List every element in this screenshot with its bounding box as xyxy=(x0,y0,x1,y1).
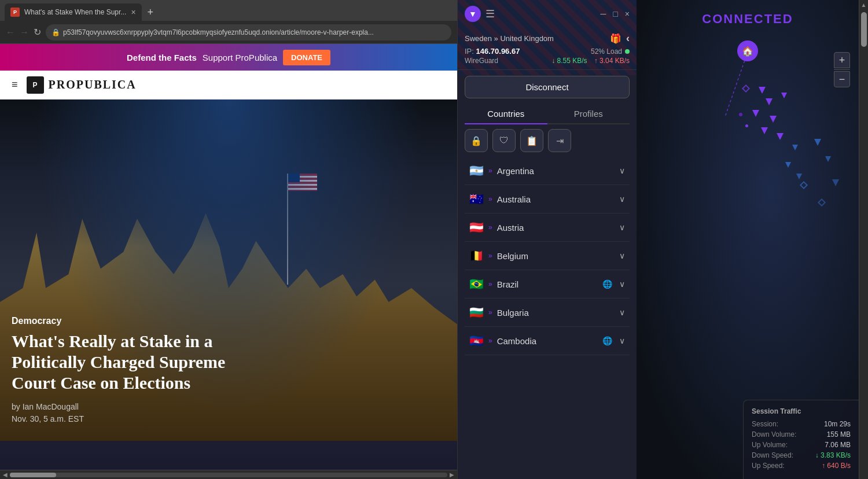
vpn-close-button[interactable]: × xyxy=(625,9,630,19)
country-list-item[interactable]: 🇧🇬 » Bulgaria ∨ xyxy=(465,299,630,327)
country-list: 🇦🇷 » Argentina ∨ 🇦🇺 » Australia ∨ 🇦🇹 » A… xyxy=(458,157,637,479)
browser-tab[interactable]: P What's at Stake When the Supr... × xyxy=(5,3,142,21)
country-list-item[interactable]: 🇰🇭 » Cambodia 🌐 ∨ xyxy=(465,327,630,355)
vpn-minimize-button[interactable]: ─ xyxy=(600,9,606,19)
session-label-3: Down Speed: xyxy=(752,451,793,459)
country-chevrons: » xyxy=(488,167,492,175)
country-chevrons: » xyxy=(488,252,492,260)
filter-secure-button[interactable]: 🛡 xyxy=(492,129,516,152)
country-name: Brazil xyxy=(497,279,598,289)
vpn-route: Sweden » United Kingdom xyxy=(465,34,554,43)
vpn-connection-info: Sweden » United Kingdom 🎁 ‹ IP: 146.70.9… xyxy=(458,28,637,70)
session-traffic-panel: Session Traffic Session: 10m 29s Down Vo… xyxy=(743,400,859,479)
zoom-in-button[interactable]: + xyxy=(834,52,850,68)
session-label-0: Session: xyxy=(752,420,778,428)
session-label-2: Up Volume: xyxy=(752,441,788,449)
country-list-item[interactable]: 🇧🇷 » Brazil 🌐 ∨ xyxy=(465,270,630,299)
tab-title: What's at Stake When the Supr... xyxy=(24,8,126,16)
vpn-maximize-button[interactable]: □ xyxy=(613,9,617,19)
donate-button[interactable]: DONATE xyxy=(283,50,330,65)
country-flag: 🇧🇷 xyxy=(469,277,484,291)
country-name: Belgium xyxy=(497,251,615,261)
session-label-4: Up Speed: xyxy=(752,462,785,470)
scroll-left-arrow[interactable]: ◀ xyxy=(3,471,8,478)
article-content: Democracy What's Really at Stake in a Po… xyxy=(0,100,457,470)
country-expand-icon[interactable]: ∨ xyxy=(619,308,625,317)
disconnect-button[interactable]: Disconnect xyxy=(465,76,630,98)
vpn-protocol: WireGuard xyxy=(465,57,498,65)
tab-countries[interactable]: Countries xyxy=(465,104,547,124)
logo-text: PROPUBLICA xyxy=(49,78,137,91)
forward-button[interactable]: → xyxy=(20,27,29,38)
scroll-right-arrow[interactable]: ▶ xyxy=(450,471,454,478)
article-date: Nov. 30, 5 a.m. EST xyxy=(12,414,226,423)
propublica-logo: P PROPUBLICA xyxy=(27,76,137,94)
address-bar-input[interactable] xyxy=(46,24,451,40)
gift-icon[interactable]: 🎁 xyxy=(610,33,621,44)
zoom-controls: + − xyxy=(834,52,850,87)
horizontal-scrollbar[interactable]: ◀ ▶ xyxy=(0,470,457,479)
vpn-menu-button[interactable]: ☰ xyxy=(486,8,495,20)
banner-bold-text: Defend the Facts xyxy=(127,53,197,62)
country-list-item[interactable]: 🇦🇹 » Austria ∨ xyxy=(465,213,630,242)
tab-close-button[interactable]: × xyxy=(131,8,135,17)
session-label-1: Down Volume: xyxy=(752,430,796,439)
country-flag: 🇦🇺 xyxy=(469,192,484,206)
session-value-4: ↑ 640 B/s xyxy=(822,462,851,470)
country-name: Cambodia xyxy=(497,336,598,346)
tab-profiles[interactable]: Profiles xyxy=(547,104,630,123)
session-value-0: 10m 29s xyxy=(824,420,851,428)
country-flag: 🇰🇭 xyxy=(469,334,484,348)
vpn-ip: IP: 146.70.96.67 xyxy=(465,47,520,56)
vpn-header: ▼ ☰ ─ □ × xyxy=(458,0,637,28)
country-expand-icon[interactable]: ∨ xyxy=(619,251,625,260)
country-chevrons: » xyxy=(488,223,492,231)
vpn-back-icon[interactable]: ‹ xyxy=(626,32,630,45)
country-list-item[interactable]: 🇦🇺 » Australia ∨ xyxy=(465,185,630,213)
propublica-banner: Defend the Facts Support ProPublica DONA… xyxy=(0,44,457,71)
country-list-item[interactable]: 🇧🇪 » Belgium ∨ xyxy=(465,242,630,270)
country-expand-icon[interactable]: ∨ xyxy=(619,223,625,232)
country-expand-icon[interactable]: ∨ xyxy=(619,336,625,345)
country-chevrons: » xyxy=(488,280,492,288)
vpn-up-speed: ↑ 3.04 KB/s xyxy=(594,57,630,65)
country-expand-icon[interactable]: ∨ xyxy=(619,194,625,204)
page-scrollbar[interactable]: ▲ xyxy=(859,0,868,479)
vpn-down-speed: ↓ 8.55 KB/s xyxy=(551,57,587,65)
filter-all-button[interactable]: 🔒 xyxy=(465,129,488,152)
back-button[interactable]: ← xyxy=(6,27,15,38)
country-chevrons: » xyxy=(488,308,492,316)
refresh-button[interactable]: ↻ xyxy=(34,27,41,38)
country-list-item[interactable]: 🇦🇷 » Argentina ∨ xyxy=(465,157,630,185)
session-title: Session Traffic xyxy=(752,407,851,415)
country-flag: 🇧🇪 xyxy=(469,249,484,263)
hamburger-menu-button[interactable]: ≡ xyxy=(12,79,18,91)
country-name: Austria xyxy=(497,223,615,233)
country-flag: 🇦🇹 xyxy=(469,220,484,234)
country-flag: 🇦🇷 xyxy=(469,164,484,178)
banner-link[interactable]: Support ProPublica xyxy=(203,53,277,62)
tab-favicon: P xyxy=(10,8,20,17)
filter-sort-button[interactable]: ⇥ xyxy=(548,129,571,152)
session-value-3: ↓ 3.83 KB/s xyxy=(815,451,851,459)
zoom-out-button[interactable]: − xyxy=(834,71,850,87)
vpn-logo: ▼ xyxy=(465,6,481,22)
country-expand-icon[interactable]: ∨ xyxy=(619,166,625,175)
filter-list-button[interactable]: 📋 xyxy=(520,129,543,152)
article-title: What's Really at Stake in a Politically … xyxy=(12,331,226,393)
country-chevrons: » xyxy=(488,195,492,203)
country-expand-icon[interactable]: ∨ xyxy=(619,279,625,289)
article-category: Democracy xyxy=(12,316,226,326)
propublica-header: ≡ P PROPUBLICA xyxy=(0,71,457,100)
country-name: Argentina xyxy=(497,166,615,176)
vpn-filter-icons: 🔒 🛡 📋 ⇥ xyxy=(465,129,630,152)
session-value-1: 155 MB xyxy=(827,430,851,439)
address-lock-icon: 🔒 xyxy=(52,28,60,36)
country-name: Bulgaria xyxy=(497,308,615,318)
country-name: Australia xyxy=(497,194,615,204)
article-byline: by Ian MacDougall xyxy=(12,402,226,411)
country-globe-icon: 🌐 xyxy=(602,336,612,345)
session-value-2: 7.06 MB xyxy=(825,441,851,449)
logo-icon: P xyxy=(27,76,44,94)
new-tab-button[interactable]: + xyxy=(144,6,157,19)
